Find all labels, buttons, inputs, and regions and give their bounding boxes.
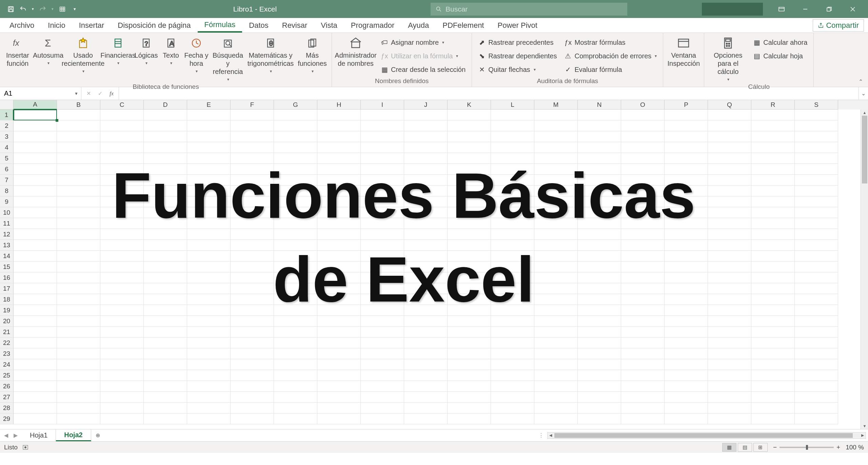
row-header-15[interactable]: 15 (0, 261, 14, 272)
row-header-2[interactable]: 2 (0, 120, 14, 131)
column-header-G[interactable]: G (274, 100, 317, 110)
name-manager-button[interactable]: Administrador de nombres (335, 35, 376, 67)
text-button[interactable]: A Texto ▾ (160, 35, 182, 65)
logical-button[interactable]: ? Lógicas ▾ (134, 35, 158, 65)
redo-dropdown-icon[interactable]: ▾ (50, 4, 55, 14)
row-header-10[interactable]: 10 (0, 207, 14, 218)
horizontal-scrollbar[interactable]: ◀ ▶ (547, 432, 866, 439)
column-header-E[interactable]: E (187, 100, 231, 110)
split-handle-icon[interactable]: ⋮ (538, 432, 544, 439)
customize-qat-icon[interactable]: ▾ (70, 4, 79, 14)
name-box[interactable]: A1 ▼ (0, 87, 81, 100)
column-header-P[interactable]: P (665, 100, 708, 110)
math-trig-button[interactable]: θ Matemáticas y trigonométricas ▾ (247, 35, 294, 74)
scroll-down-icon[interactable]: ▼ (861, 423, 868, 429)
error-checking-button[interactable]: ⚠Comprobación de errores ▾ (561, 50, 659, 62)
macro-record-icon[interactable] (22, 444, 28, 450)
watch-window-button[interactable]: Ventana Inspección (667, 35, 701, 67)
tab-pdfelement[interactable]: PDFelement (436, 18, 491, 33)
collapse-ribbon-icon[interactable]: ⌃ (856, 78, 865, 85)
cells-area[interactable]: Funciones Básicas de Excel (14, 110, 868, 424)
row-header-11[interactable]: 11 (0, 218, 14, 229)
zoom-out-icon[interactable]: − (773, 444, 777, 451)
column-header-S[interactable]: S (795, 100, 838, 110)
scroll-thumb[interactable] (554, 433, 853, 438)
zoom-in-icon[interactable]: + (836, 444, 840, 451)
row-header-8[interactable]: 8 (0, 186, 14, 196)
expand-formula-bar-icon[interactable]: ⌄ (859, 87, 868, 100)
user-account-badge[interactable] (702, 3, 763, 16)
row-header-27[interactable]: 27 (0, 392, 14, 403)
close-icon[interactable] (841, 0, 865, 18)
column-header-A[interactable]: A (14, 100, 57, 110)
calculation-options-button[interactable]: Opciones para el cálculo ▾ (708, 35, 748, 82)
row-header-29[interactable]: 29 (0, 413, 14, 424)
add-sheet-button[interactable]: ⊕ (91, 429, 105, 441)
view-page-layout-button[interactable]: ▤ (738, 443, 752, 452)
financial-button[interactable]: Financieras ▾ (104, 35, 132, 65)
tab-inicio[interactable]: Inicio (41, 18, 72, 33)
undo-dropdown-icon[interactable]: ▾ (31, 4, 35, 14)
column-header-Q[interactable]: Q (708, 100, 751, 110)
row-header-22[interactable]: 22 (0, 337, 14, 348)
chevron-down-icon[interactable]: ▼ (74, 91, 78, 96)
zoom-thumb[interactable] (806, 445, 808, 450)
grid-icon[interactable] (58, 4, 67, 14)
calculate-sheet-button[interactable]: ▤Calcular hoja (750, 50, 810, 62)
sheet-next-icon[interactable]: ▶ (14, 432, 18, 439)
tab-powerpivot[interactable]: Power Pivot (491, 18, 544, 33)
recently-used-button[interactable]: Usado recientemente ▾ (64, 35, 102, 74)
tab-formulas[interactable]: Fórmulas (198, 18, 242, 33)
column-header-R[interactable]: R (751, 100, 795, 110)
row-header-9[interactable]: 9 (0, 196, 14, 207)
minimize-icon[interactable] (793, 0, 817, 18)
date-time-button[interactable]: Fecha y hora ▾ (184, 35, 209, 74)
lookup-reference-button[interactable]: Búsqueda y referencia ▾ (211, 35, 245, 82)
tab-insertar[interactable]: Insertar (72, 18, 111, 33)
row-header-28[interactable]: 28 (0, 403, 14, 413)
vertical-scrollbar[interactable]: ▲ ▼ (861, 110, 868, 429)
ribbon-display-icon[interactable] (770, 0, 793, 18)
tab-vista[interactable]: Vista (314, 18, 344, 33)
row-header-17[interactable]: 17 (0, 283, 14, 294)
column-header-M[interactable]: M (534, 100, 578, 110)
trace-precedents-button[interactable]: ⬈Rastrear precedentes (475, 36, 559, 49)
sheet-prev-icon[interactable]: ◀ (4, 432, 8, 439)
search-box[interactable]: Buscar (431, 3, 627, 16)
view-page-break-button[interactable]: ⊞ (753, 443, 768, 452)
column-header-I[interactable]: I (361, 100, 404, 110)
scroll-up-icon[interactable]: ▲ (861, 110, 868, 116)
tab-programador[interactable]: Programador (344, 18, 401, 33)
zoom-level[interactable]: 100 % (846, 444, 864, 451)
share-button[interactable]: Compartir (813, 19, 864, 32)
autosum-button[interactable]: Σ Autosuma ▾ (34, 35, 62, 65)
row-header-6[interactable]: 6 (0, 164, 14, 175)
row-header-5[interactable]: 5 (0, 153, 14, 164)
row-header-19[interactable]: 19 (0, 305, 14, 316)
row-header-26[interactable]: 26 (0, 381, 14, 392)
row-header-24[interactable]: 24 (0, 359, 14, 370)
evaluate-formula-button[interactable]: ✓Evaluar fórmula (561, 63, 659, 76)
tab-datos[interactable]: Datos (242, 18, 275, 33)
tab-archivo[interactable]: Archivo (3, 18, 41, 33)
column-header-B[interactable]: B (57, 100, 100, 110)
column-header-N[interactable]: N (578, 100, 621, 110)
sheet-tab-hoja2[interactable]: Hoja2 (56, 429, 91, 441)
row-header-13[interactable]: 13 (0, 240, 14, 251)
undo-icon[interactable] (18, 4, 28, 14)
redo-icon[interactable] (38, 4, 47, 14)
zoom-track[interactable] (780, 447, 834, 448)
row-header-12[interactable]: 12 (0, 229, 14, 240)
more-functions-button[interactable]: Más funciones ▾ (296, 35, 328, 74)
remove-arrows-button[interactable]: ✕Quitar flechas ▾ (475, 63, 559, 76)
column-header-L[interactable]: L (491, 100, 534, 110)
column-header-K[interactable]: K (448, 100, 491, 110)
tab-ayuda[interactable]: Ayuda (401, 18, 436, 33)
column-header-F[interactable]: F (231, 100, 274, 110)
select-all-corner[interactable] (0, 100, 14, 110)
zoom-slider[interactable]: − + (773, 444, 840, 451)
row-header-25[interactable]: 25 (0, 370, 14, 381)
row-header-14[interactable]: 14 (0, 251, 14, 261)
row-header-18[interactable]: 18 (0, 294, 14, 305)
row-header-7[interactable]: 7 (0, 175, 14, 186)
